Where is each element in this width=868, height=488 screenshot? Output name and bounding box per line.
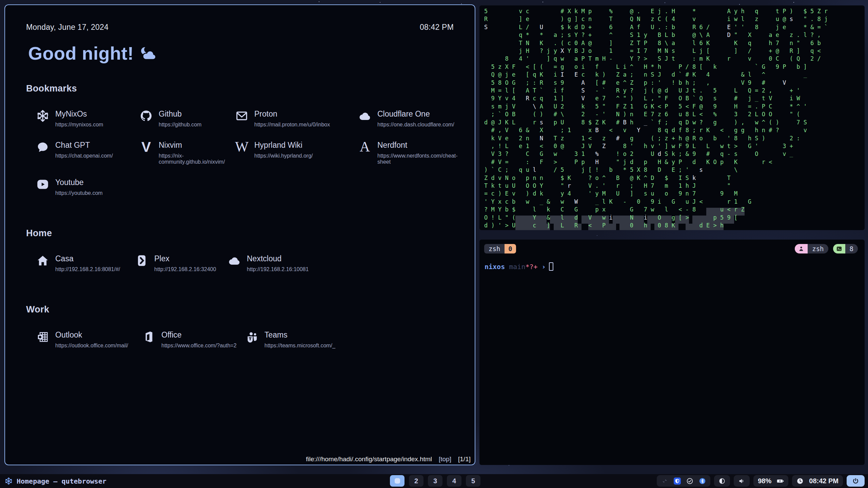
- bookmark-url: https://teams.microsoft.com/_: [264, 343, 335, 349]
- workspace-switcher: 2345: [390, 475, 480, 487]
- youtube-icon: [36, 177, 50, 191]
- workspace-button-1[interactable]: [390, 475, 405, 487]
- night-cloud-icon: [139, 46, 159, 61]
- power-button[interactable]: [847, 475, 865, 487]
- check-circle-icon[interactable]: [686, 477, 693, 485]
- bookmark-item[interactable]: MyNixOshttps://mynixos.com: [36, 109, 139, 128]
- tab-index-indicator: [1/1]: [458, 455, 471, 463]
- power-icon: [852, 477, 859, 485]
- section-heading: Home: [26, 228, 454, 239]
- bookmark-url: https://wiki.hyprland.org/: [254, 153, 313, 159]
- bookmark-item[interactable]: Officehttps://www.office.com/?auth=2: [142, 330, 245, 349]
- qutebrowser-window[interactable]: Monday, June 17, 2024 08:42 PM Good nigh…: [4, 4, 475, 465]
- bookmark-title: Cloudflare One: [377, 109, 454, 119]
- bookmark-title: Teams: [264, 330, 335, 340]
- greeting-title: Good night!: [28, 43, 454, 64]
- plex-icon: [135, 253, 149, 268]
- bookmark-item[interactable]: Casahttp://192.168.2.16:8081/#/: [36, 253, 135, 272]
- bookmark-title: Outlook: [55, 330, 128, 340]
- prompt-host: nixos: [485, 263, 505, 271]
- tmux-window-tab[interactable]: zsh 0: [484, 244, 516, 253]
- bookmark-grid: Casahttp://192.168.2.16:8081/#/Plexhttp:…: [36, 253, 454, 272]
- prompt-arrow: ›: [538, 263, 546, 271]
- bookmark-title: MyNixOs: [55, 109, 103, 119]
- wallpaper-stars: [319, 1, 319, 2]
- battery-percent: 98%: [758, 477, 771, 485]
- workspace-button-5[interactable]: 5: [466, 475, 480, 487]
- bookmark-item[interactable]: Teamshttps://teams.microsoft.com/_: [245, 330, 454, 349]
- teams-icon: [245, 330, 259, 344]
- bookmark-item[interactable]: ANerdfonthttps://www.nerdfonts.com/cheat…: [358, 140, 458, 165]
- bookmark-item[interactable]: Outlookhttps://outlook.office.com/mail/: [36, 330, 142, 349]
- bookmark-grid: MyNixOshttps://mynixos.comGithubhttps://…: [36, 109, 454, 196]
- statusbar-url: file:///home/hadi/.config/startpage/inde…: [306, 455, 432, 463]
- bookmark-title: Nextcloud: [247, 253, 309, 263]
- bookmark-grid: Outlookhttps://outlook.office.com/mail/O…: [36, 330, 454, 349]
- section-heading: Bookmarks: [26, 83, 454, 94]
- tmux-window-index: 0: [505, 244, 516, 253]
- bookmark-item[interactable]: Cloudflare Onehttps://one.dash.cloudflar…: [358, 109, 458, 128]
- active-window-title: Homepage — qutebrowser: [17, 477, 106, 485]
- tmux-pane-widget: 8: [833, 244, 858, 253]
- vim-v-icon: V: [139, 140, 153, 154]
- matrix-terminal-window[interactable]: 5 v c # X k M p % @ . E j . H * A y h q …: [479, 5, 865, 230]
- greeting-text: Good night!: [28, 43, 134, 64]
- bookmark-title: Nerdfont: [377, 140, 458, 150]
- waybar-taskbar: Homepage — qutebrowser 2345 98% 08:42 PM: [0, 474, 868, 488]
- nix-snowflake-icon: [5, 477, 13, 485]
- bookmark-url: https://mynixos.com: [55, 122, 103, 128]
- kdeconnect-arrows-icon[interactable]: [661, 477, 668, 485]
- bookmark-item[interactable]: Youtubehttps://youtube.com: [36, 177, 139, 196]
- clock-module[interactable]: 08:42 PM: [792, 475, 843, 487]
- system-tray-module[interactable]: [657, 475, 710, 487]
- bookmark-title: Office: [161, 330, 237, 340]
- section-home: HomeCasahttp://192.168.2.16:8081/#/Plexh…: [26, 228, 454, 272]
- letter-a-icon: A: [358, 140, 372, 154]
- bitwarden-shield-icon[interactable]: [674, 477, 681, 485]
- time-label: 08:42 PM: [420, 23, 454, 32]
- bookmark-url: https://outlook.office.com/mail/: [55, 343, 128, 349]
- bookmark-url: https://chat.openai.com/: [55, 153, 113, 159]
- clock-time: 08:42 PM: [809, 477, 839, 485]
- section-bookmarks: BookmarksMyNixOshttps://mynixos.comGithu…: [26, 83, 454, 196]
- bookmark-item[interactable]: Protonhttps://mail.proton.me/u/0/inbox: [235, 109, 358, 128]
- bookmark-title: Youtube: [55, 177, 103, 187]
- bookmark-item[interactable]: WHyprland Wikihttps://wiki.hyprland.org/: [235, 140, 358, 165]
- bookmark-title: Chat GPT: [55, 140, 113, 150]
- section-work: WorkOutlookhttps://outlook.office.com/ma…: [26, 304, 454, 349]
- nightlight-module[interactable]: [714, 475, 730, 487]
- matrix-rain-output: 5 v c # X k M p % @ . E j . H * A y h q …: [484, 7, 865, 229]
- workspace-button-2[interactable]: 2: [409, 475, 423, 487]
- bookmark-url: http://192.168.2.16:10081: [247, 266, 309, 272]
- tmux-session-name: zsh: [808, 244, 828, 253]
- workspace-button-3[interactable]: 3: [428, 475, 442, 487]
- shell-prompt[interactable]: nixos main*?+ ›: [485, 262, 865, 271]
- active-window-module[interactable]: Homepage — qutebrowser: [5, 477, 106, 485]
- shell-terminal-window[interactable]: zsh 0 zsh 8 nixos main*?+ ›: [479, 240, 865, 465]
- bookmark-item[interactable]: Chat GPThttps://chat.openai.com/: [36, 140, 139, 165]
- startpage: Monday, June 17, 2024 08:42 PM Good nigh…: [5, 5, 475, 465]
- battery-module[interactable]: 98%: [753, 475, 788, 487]
- bookmark-item[interactable]: VNixvimhttps://nix-community.github.io/n…: [139, 140, 235, 165]
- bookmark-url: https://nix-community.github.io/nixvim/: [159, 153, 235, 165]
- status-modules: 98% 08:42 PM: [657, 475, 865, 487]
- prompt-git-status: *?+: [525, 263, 537, 271]
- bookmark-url: http://192.168.2.16:32400: [154, 266, 216, 272]
- volume-module[interactable]: [734, 475, 750, 487]
- person-icon: [795, 244, 808, 253]
- bookmark-url: http://192.168.2.16:8081/#/: [55, 266, 120, 272]
- bookmark-item[interactable]: Nextcloudhttp://192.168.2.16:10081: [227, 253, 454, 272]
- bluetooth-icon[interactable]: [699, 477, 706, 485]
- bookmark-url: https://one.dash.cloudflare.com/: [377, 122, 454, 128]
- terminal-icon: [833, 244, 845, 253]
- home-icon: [36, 253, 50, 268]
- bookmark-title: Nixvim: [159, 140, 235, 150]
- speaker-icon: [738, 477, 745, 485]
- bookmark-title: Github: [159, 109, 201, 119]
- workspace-button-4[interactable]: 4: [447, 475, 461, 487]
- wikipedia-w-icon: W: [235, 140, 249, 154]
- bookmark-item[interactable]: Plexhttp://192.168.2.16:32400: [135, 253, 227, 272]
- bookmark-item[interactable]: Githubhttps://github.com: [139, 109, 235, 128]
- cloud-icon: [227, 253, 241, 268]
- mail-icon: [235, 109, 249, 123]
